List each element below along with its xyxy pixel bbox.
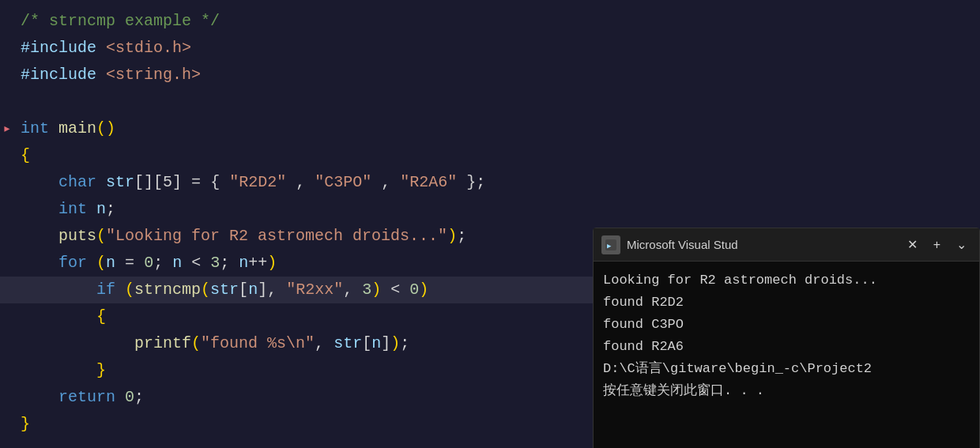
line-content: #include <string.h> [14, 62, 201, 88]
terminal-output-line: found R2D2 [603, 292, 970, 314]
code-line: char str[][5] = { "R2D2" , "C3PO" , "R2A… [0, 169, 980, 196]
line-content: for (n = 0; n < 3; n++) [14, 250, 277, 277]
line-content: return 0; [14, 384, 144, 411]
line-content: printf("found %s\n", str[n]); [14, 330, 409, 357]
terminal-output-line: Looking for R2 astromech droids... [603, 269, 970, 292]
terminal-body: Looking for R2 astromech droids...found … [594, 262, 979, 448]
code-line: #include <stdio.h> [0, 35, 980, 62]
line-content: { [14, 303, 106, 330]
terminal-output-line: found R2A6 [603, 336, 970, 358]
line-content: } [14, 411, 30, 438]
terminal-app-icon: ▶ [601, 235, 620, 254]
line-content: int n; [14, 196, 115, 223]
line-content: } [14, 357, 106, 384]
line-content: puts("Looking for R2 astromech droids...… [14, 223, 466, 250]
code-line: { [0, 142, 980, 169]
line-indicator: ▸ [0, 115, 14, 142]
code-line: ▸int main() [0, 115, 980, 142]
terminal-output-line: 按任意键关闭此窗口. . . [603, 380, 970, 402]
terminal-close-button[interactable]: ✕ [903, 235, 922, 254]
terminal-titlebar: ▶ Microsoft Visual Stud ✕ + ⌄ [594, 228, 979, 262]
code-line: #include <string.h> [0, 62, 980, 88]
line-content: char str[][5] = { "R2D2" , "C3PO" , "R2A… [14, 169, 485, 196]
terminal-add-button[interactable]: + [929, 236, 945, 254]
line-content: { [14, 142, 30, 169]
terminal-title: Microsoft Visual Stud [627, 238, 896, 251]
code-line: int n; [0, 196, 980, 223]
line-content: /* strncmp example */ [14, 8, 220, 35]
line-content: int main() [14, 115, 115, 142]
svg-text:▶: ▶ [607, 242, 612, 250]
code-line: /* strncmp example */ [0, 8, 980, 35]
terminal-output-line: found C3PO [603, 314, 970, 336]
line-content: if (strncmp(str[n], "R2xx", 3) < 0) [14, 277, 428, 303]
code-line [0, 88, 980, 115]
terminal-window: ▶ Microsoft Visual Stud ✕ + ⌄ Looking fo… [593, 228, 980, 448]
terminal-output-line: D:\C语言\gitware\begin_-c\Project2 [603, 358, 970, 380]
line-content: #include <stdio.h> [14, 35, 191, 62]
terminal-more-button[interactable]: ⌄ [952, 235, 971, 254]
